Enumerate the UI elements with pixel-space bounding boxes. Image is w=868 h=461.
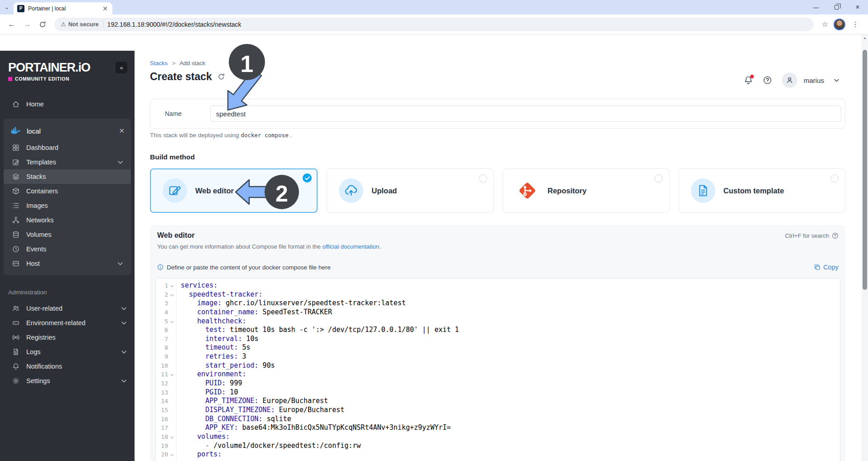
editor-code[interactable]: services: speedtest-tracker: image: ghcr… [177,279,840,461]
code-line[interactable]: DB_CONNECTION: sqlite [181,415,840,424]
code-line[interactable]: PUID: 999 [181,379,840,388]
line-number[interactable]: 16 [156,415,168,424]
help-circle-icon[interactable] [832,232,839,239]
sidebar-item-host[interactable]: Host [4,256,131,271]
refresh-icon[interactable] [217,73,225,81]
sidebar-collapse-button[interactable]: « [116,62,127,73]
line-number[interactable]: 2 [156,290,168,299]
code-line[interactable]: test: timeout 10s bash -c ':> /dev/tcp/1… [181,326,840,335]
sidebar-item-networks[interactable]: Networks [4,213,131,227]
sidebar-item-dashboard[interactable]: Dashboard [4,140,131,155]
code-line[interactable]: image: ghcr.io/linuxserver/speedtest-tra… [181,299,840,308]
sidebar-item-events[interactable]: Events [4,242,131,256]
code-line[interactable]: services: [181,281,840,290]
code-line[interactable]: timeout: 5s [181,343,840,352]
code-line[interactable]: start_period: 90s [181,361,840,370]
not-secure-badge[interactable]: ⚠Not secure [61,21,104,28]
sidebar-item-home[interactable]: Home [0,97,135,111]
environment-local[interactable]: local ✕ [4,121,131,140]
sidebar-item-volumes[interactable]: Volumes [4,227,131,242]
line-number[interactable]: 14 [156,397,168,406]
breadcrumb-stacks-link[interactable]: Stacks [150,60,168,67]
code-line[interactable]: environment: [181,370,840,379]
code-line[interactable]: ports: [181,450,840,459]
forward-button[interactable]: → [21,18,34,31]
url-bar[interactable]: ⚠Not secure 192.168.1.18:9000/#!/2/docke… [54,18,814,31]
code-line[interactable]: APP_TIMEZONE: Europe/Bucharest [181,397,840,406]
code-line[interactable]: DISPLAY_TIMEZONE: Europe/Bucharest [181,406,840,415]
line-number[interactable]: 1 [156,281,168,290]
sidebar-item-images[interactable]: Images [4,198,131,213]
line-number[interactable]: 10 [156,361,168,370]
line-number[interactable]: 4 [156,308,168,317]
build-method-custom-template[interactable]: Custom template [679,168,845,213]
sidebar-item-environment-related[interactable]: Environment-related [0,316,135,330]
tab-close-icon[interactable]: ✕ [101,5,109,12]
code-line[interactable]: retries: 3 [181,352,840,361]
code-line[interactable]: interval: 10s [181,335,840,344]
line-number[interactable]: 20 [156,450,168,459]
window-minimize-button[interactable]: — [805,0,826,14]
url-text[interactable]: 192.168.1.18:9000/#!/2/docker/stacks/new… [107,21,241,28]
fold-chevron-icon[interactable] [168,290,176,299]
sidebar-item-registries[interactable]: Registries [0,330,135,345]
sidebar-item-stacks[interactable]: Stacks [4,169,131,184]
browser-menu-icon[interactable]: ⋮ [848,20,863,29]
line-number[interactable]: 11 [156,370,168,379]
browser-tab[interactable]: P Portainer | local ✕ [14,2,112,14]
fold-chevron-icon[interactable] [168,370,176,379]
line-number[interactable]: 8 [156,343,168,352]
environment-close-icon[interactable]: ✕ [119,127,125,135]
back-button[interactable]: ← [5,18,18,31]
fold-chevron-icon[interactable] [168,432,176,442]
code-line[interactable]: healthcheck: [181,317,840,326]
page-scrollbar[interactable]: ▲ [862,34,868,461]
sidebar-item-logs[interactable]: Logs [0,345,135,359]
sidebar-item-notifications[interactable]: Notifications [0,359,135,374]
bookmark-star-icon[interactable]: ☆ [819,20,831,29]
sidebar-item-containers[interactable]: Containers [4,184,131,198]
fold-chevron-icon[interactable] [168,450,176,459]
official-documentation-link[interactable]: official documentation [322,243,379,250]
code-line[interactable]: - /volume1/docker/speedtest:/config:rw [181,442,840,451]
fold-chevron-icon[interactable] [168,317,176,326]
stack-name-input[interactable] [210,106,841,122]
user-menu-chevron-icon[interactable] [834,79,839,82]
line-number[interactable]: 19 [156,442,168,451]
line-number[interactable]: 5 [156,317,168,326]
build-method-upload[interactable]: Upload [327,168,493,213]
scroll-up-arrow-icon[interactable]: ▲ [862,36,868,39]
window-restore-button[interactable] [826,0,847,14]
line-number[interactable]: 6 [156,326,168,335]
radio-unselected-icon[interactable] [830,174,839,182]
scrollbar-thumb[interactable] [863,50,867,290]
copy-button[interactable]: Copy [814,264,839,271]
line-number[interactable]: 3 [156,299,168,308]
sidebar-item-settings[interactable]: Settings [0,374,135,388]
code-editor[interactable]: 1234567891011121314151617181920 services… [155,278,840,461]
fold-chevron-icon[interactable] [168,281,176,290]
code-line[interactable]: APP_KEY: base64:Mk3oIhBicQx5NuTYpKcqNSRt… [181,423,840,432]
line-number[interactable]: 13 [156,388,168,397]
help-icon[interactable] [763,76,772,85]
line-number[interactable]: 17 [156,423,168,432]
radio-unselected-icon[interactable] [479,174,487,182]
line-number[interactable]: 12 [156,379,168,388]
line-number[interactable]: 7 [156,335,168,344]
radio-unselected-icon[interactable] [655,174,663,182]
tab-search-chevron-icon[interactable]: ⌄ [0,4,14,10]
code-line[interactable]: volumes: [181,432,840,442]
browser-profile-avatar[interactable] [834,19,845,30]
user-avatar-icon[interactable] [782,72,797,88]
notifications-bell-icon[interactable] [744,76,753,85]
code-line[interactable]: PGID: 10 [181,388,840,397]
build-method-web-editor[interactable]: Web editor [150,168,318,213]
code-line[interactable]: container_name: SpeedTest-TRACKER [181,308,840,317]
reload-button[interactable] [36,18,49,31]
sidebar-item-user-related[interactable]: User-related [0,301,135,316]
sidebar-item-templates[interactable]: Templates [4,155,131,169]
line-number[interactable]: 18 [156,432,168,442]
line-number[interactable]: 15 [156,406,168,415]
build-method-repository[interactable]: Repository [503,168,670,213]
code-line[interactable]: speedtest-tracker: [181,290,840,299]
